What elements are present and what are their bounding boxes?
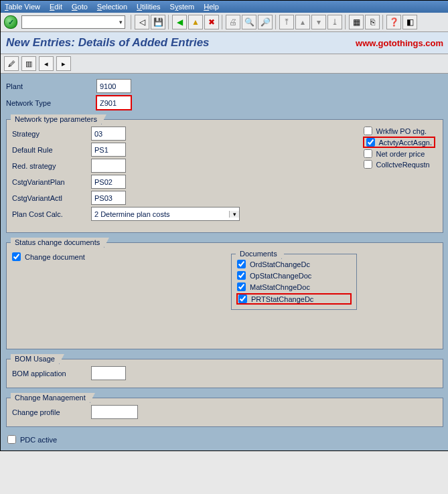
default-rule-label: Default Rule <box>12 146 91 154</box>
exit-icon[interactable]: ▲ <box>188 15 203 29</box>
prev-entry-icon[interactable]: ◂ <box>39 56 54 71</box>
delimit-icon[interactable]: ▥ <box>21 56 36 71</box>
app-toolbar: 🖉 ▥ ◂ ▸ <box>1 54 448 74</box>
first-page-icon: ⤒ <box>279 15 294 29</box>
prt-label: PRTStatChangeDc <box>251 295 313 303</box>
menu-table-view[interactable]: Table View <box>5 3 40 11</box>
collctve-requstn-checkbox[interactable] <box>364 160 372 169</box>
bom-application-field[interactable] <box>91 366 126 380</box>
print-icon: 🖨 <box>226 15 240 29</box>
shortcut-icon[interactable]: ⎘ <box>365 15 380 29</box>
expand-icon[interactable]: 🖉 <box>4 56 19 71</box>
mat-stat-change-checkbox[interactable] <box>237 282 246 291</box>
layout-icon[interactable]: ◧ <box>402 15 417 29</box>
red-strategy-field[interactable] <box>91 159 126 173</box>
menu-help[interactable]: Help <box>204 3 219 11</box>
collctve-label: CollctveRequstn <box>376 161 430 169</box>
new-session-icon[interactable]: ▦ <box>349 15 364 29</box>
actvty-acct-asgn-checkbox[interactable] <box>366 138 375 147</box>
menu-selection[interactable]: Selection <box>97 3 127 11</box>
command-field[interactable]: ▾ <box>21 15 125 29</box>
dropdown-icon[interactable]: ▾ <box>229 211 239 218</box>
network-type-field[interactable] <box>96 96 131 110</box>
documents-group: Documents OrdStatChangeDc OpStatChangeDo… <box>231 254 357 310</box>
change-document-label: Change document <box>25 253 85 261</box>
next-entry-icon[interactable]: ▸ <box>56 56 71 71</box>
page-title: New Entries: Details of Added Entries <box>6 36 210 50</box>
content-area: Plant Network Type Network type paramete… <box>1 74 448 450</box>
plan-cost-value: 2 Determine plan costs <box>92 210 229 218</box>
main-toolbar: ▾ ◁ 💾 ◀ ▲ ✖ 🖨 🔍 🔎 ⤒ ▴ ▾ ⤓ ▦ ⎘ ❓ ◧ <box>1 13 448 32</box>
find-icon: 🔍 <box>242 15 256 29</box>
mat-label: MatStatChngeDoc <box>250 283 310 291</box>
plan-cost-label: Plan Cost Calc. <box>12 210 91 218</box>
pdc-active-label: PDC active <box>20 436 57 444</box>
plant-label: Plant <box>6 82 96 90</box>
cancel-icon[interactable]: ✖ <box>204 15 219 29</box>
cstg-plan-label: CstgVariantPlan <box>12 178 91 186</box>
menu-bar: Table View Edit Goto Selection Utilities… <box>1 1 448 13</box>
back-green-icon[interactable]: ◀ <box>172 15 187 29</box>
menu-edit[interactable]: Edit <box>50 3 62 11</box>
website-label: www.gotothings.com <box>356 38 443 48</box>
last-page-icon: ⤓ <box>327 15 342 29</box>
op-label: OpStatChangeDoc <box>250 272 311 280</box>
group-title: BOM Usage <box>11 354 60 364</box>
cstg-actl-field[interactable] <box>91 191 126 205</box>
net-order-price-checkbox[interactable] <box>364 149 372 158</box>
plan-cost-select[interactable]: 2 Determine plan costs ▾ <box>91 207 240 221</box>
strategy-label: Strategy <box>12 130 91 138</box>
network-type-parameters-group: Network type parameters Strategy Default… <box>6 119 443 233</box>
enter-icon[interactable] <box>4 15 17 29</box>
netorder-label: Net order price <box>376 150 425 158</box>
plant-field[interactable] <box>96 79 131 93</box>
ord-stat-change-checkbox[interactable] <box>237 260 246 268</box>
red-strategy-label: Red. strategy <box>12 162 91 170</box>
wrkflw-label: Wrkflw PO chg. <box>376 127 427 135</box>
status-change-documents-group: Status change documents Change document … <box>6 242 443 349</box>
change-profile-label: Change profile <box>12 408 91 416</box>
prt-stat-change-checkbox[interactable] <box>238 295 247 303</box>
pdc-active-checkbox[interactable] <box>7 435 16 444</box>
help-icon[interactable]: ❓ <box>386 15 401 29</box>
group-title: Network type parameters <box>11 114 102 125</box>
back-icon[interactable]: ◁ <box>135 15 149 29</box>
group-title: Documents <box>236 249 282 259</box>
bom-application-label: BOM application <box>12 369 91 378</box>
network-type-label: Network Type <box>6 99 96 107</box>
next-page-icon: ▾ <box>311 15 326 29</box>
bom-usage-group: BOM Usage BOM application <box>6 359 443 388</box>
save-icon[interactable]: 💾 <box>151 15 165 29</box>
group-title: Change Management <box>11 393 90 403</box>
menu-goto[interactable]: Goto <box>72 3 88 11</box>
change-management-group: Change Management Change profile <box>6 398 443 427</box>
find-next-icon: 🔎 <box>258 15 273 29</box>
change-document-checkbox[interactable] <box>12 252 21 261</box>
default-rule-field[interactable] <box>91 143 126 157</box>
ord-label: OrdStatChangeDc <box>250 260 310 268</box>
cstg-plan-field[interactable] <box>91 175 126 189</box>
wrkflw-po-chg-checkbox[interactable] <box>364 127 372 135</box>
strategy-field[interactable] <box>91 127 126 141</box>
actvty-label: ActvtyAcctAsgn. <box>379 139 432 147</box>
menu-utilities[interactable]: Utilities <box>137 3 160 11</box>
change-profile-field[interactable] <box>91 405 138 419</box>
dropdown-icon[interactable]: ▾ <box>119 19 123 25</box>
title-bar: New Entries: Details of Added Entries ww… <box>1 32 448 54</box>
group-title: Status change documents <box>11 238 104 248</box>
prev-page-icon: ▴ <box>295 15 310 29</box>
menu-system[interactable]: System <box>170 3 195 11</box>
cstg-actl-label: CstgVariantActl <box>12 194 91 202</box>
op-stat-change-checkbox[interactable] <box>237 271 246 280</box>
